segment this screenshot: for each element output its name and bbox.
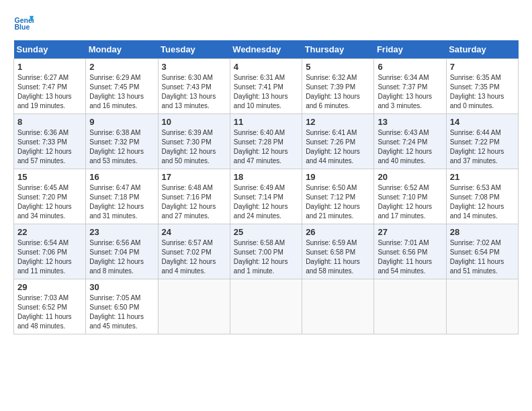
day-info: Sunrise: 6:58 AMSunset: 7:00 PMDaylight:… <box>234 238 298 276</box>
day-info: Sunrise: 6:50 AMSunset: 7:12 PMDaylight:… <box>306 183 370 221</box>
calendar-cell: 5 Sunrise: 6:32 AMSunset: 7:39 PMDayligh… <box>302 59 374 114</box>
day-number: 10 <box>162 117 226 127</box>
day-info: Sunrise: 6:29 AMSunset: 7:45 PMDaylight:… <box>89 73 154 111</box>
calendar-week-3: 15 Sunrise: 6:45 AMSunset: 7:20 PMDaylig… <box>14 169 519 224</box>
calendar-cell <box>374 279 446 334</box>
calendar-cell: 20 Sunrise: 6:52 AMSunset: 7:10 PMDaylig… <box>374 169 446 224</box>
day-number: 13 <box>378 117 442 127</box>
day-info: Sunrise: 6:40 AMSunset: 7:28 PMDaylight:… <box>234 128 298 166</box>
calendar-cell: 15 Sunrise: 6:45 AMSunset: 7:20 PMDaylig… <box>14 169 86 224</box>
page-header: General Blue <box>13 13 519 34</box>
calendar-cell: 22 Sunrise: 6:54 AMSunset: 7:06 PMDaylig… <box>14 224 86 279</box>
day-info: Sunrise: 6:38 AMSunset: 7:32 PMDaylight:… <box>89 128 154 166</box>
calendar-cell: 30 Sunrise: 7:05 AMSunset: 6:50 PMDaylig… <box>86 279 158 334</box>
day-number: 20 <box>378 172 442 182</box>
weekday-header-sunday: Sunday <box>14 40 86 59</box>
day-number: 29 <box>17 282 82 292</box>
calendar-cell: 11 Sunrise: 6:40 AMSunset: 7:28 PMDaylig… <box>230 114 302 169</box>
day-number: 26 <box>306 227 370 237</box>
calendar-cell: 13 Sunrise: 6:43 AMSunset: 7:24 PMDaylig… <box>374 114 446 169</box>
calendar-cell: 17 Sunrise: 6:48 AMSunset: 7:16 PMDaylig… <box>158 169 230 224</box>
day-info: Sunrise: 6:34 AMSunset: 7:37 PMDaylight:… <box>378 73 442 111</box>
weekday-header-monday: Monday <box>86 40 158 59</box>
calendar-week-5: 29 Sunrise: 7:03 AMSunset: 6:52 PMDaylig… <box>14 279 519 334</box>
weekday-header-wednesday: Wednesday <box>230 40 302 59</box>
day-info: Sunrise: 6:54 AMSunset: 7:06 PMDaylight:… <box>17 238 82 276</box>
calendar-cell <box>230 279 302 334</box>
day-number: 16 <box>89 172 154 182</box>
day-number: 1 <box>17 62 82 72</box>
day-info: Sunrise: 6:47 AMSunset: 7:18 PMDaylight:… <box>89 183 154 221</box>
day-info: Sunrise: 6:57 AMSunset: 7:02 PMDaylight:… <box>162 238 226 276</box>
logo: General Blue <box>13 13 34 34</box>
day-number: 19 <box>306 172 370 182</box>
day-info: Sunrise: 6:43 AMSunset: 7:24 PMDaylight:… <box>378 128 442 166</box>
day-number: 15 <box>17 172 82 182</box>
day-info: Sunrise: 7:03 AMSunset: 6:52 PMDaylight:… <box>17 293 82 331</box>
weekday-header-row: SundayMondayTuesdayWednesdayThursdayFrid… <box>14 40 519 59</box>
day-number: 12 <box>306 117 370 127</box>
calendar-cell: 25 Sunrise: 6:58 AMSunset: 7:00 PMDaylig… <box>230 224 302 279</box>
calendar-cell: 16 Sunrise: 6:47 AMSunset: 7:18 PMDaylig… <box>86 169 158 224</box>
day-info: Sunrise: 6:53 AMSunset: 7:08 PMDaylight:… <box>450 183 515 221</box>
day-info: Sunrise: 6:44 AMSunset: 7:22 PMDaylight:… <box>450 128 515 166</box>
calendar-cell <box>158 279 230 334</box>
calendar-cell: 9 Sunrise: 6:38 AMSunset: 7:32 PMDayligh… <box>86 114 158 169</box>
day-number: 6 <box>378 62 442 72</box>
day-info: Sunrise: 6:56 AMSunset: 7:04 PMDaylight:… <box>89 238 154 276</box>
calendar-cell: 28 Sunrise: 7:02 AMSunset: 6:54 PMDaylig… <box>446 224 518 279</box>
calendar-cell: 26 Sunrise: 6:59 AMSunset: 6:58 PMDaylig… <box>302 224 374 279</box>
calendar-cell: 23 Sunrise: 6:56 AMSunset: 7:04 PMDaylig… <box>86 224 158 279</box>
day-number: 7 <box>450 62 515 72</box>
day-info: Sunrise: 7:01 AMSunset: 6:56 PMDaylight:… <box>378 238 442 276</box>
day-number: 2 <box>89 62 154 72</box>
day-number: 27 <box>378 227 442 237</box>
day-number: 9 <box>89 117 154 127</box>
day-number: 30 <box>89 282 154 292</box>
day-number: 22 <box>17 227 82 237</box>
day-info: Sunrise: 6:27 AMSunset: 7:47 PMDaylight:… <box>17 73 82 111</box>
day-info: Sunrise: 6:30 AMSunset: 7:43 PMDaylight:… <box>162 73 226 111</box>
calendar-cell: 12 Sunrise: 6:41 AMSunset: 7:26 PMDaylig… <box>302 114 374 169</box>
day-number: 14 <box>450 117 515 127</box>
calendar-table: SundayMondayTuesdayWednesdayThursdayFrid… <box>13 40 519 334</box>
day-number: 18 <box>234 172 298 182</box>
calendar-cell: 7 Sunrise: 6:35 AMSunset: 7:35 PMDayligh… <box>446 59 518 114</box>
calendar-cell: 2 Sunrise: 6:29 AMSunset: 7:45 PMDayligh… <box>86 59 158 114</box>
calendar-cell: 29 Sunrise: 7:03 AMSunset: 6:52 PMDaylig… <box>14 279 86 334</box>
weekday-header-friday: Friday <box>374 40 446 59</box>
calendar-cell: 24 Sunrise: 6:57 AMSunset: 7:02 PMDaylig… <box>158 224 230 279</box>
calendar-week-4: 22 Sunrise: 6:54 AMSunset: 7:06 PMDaylig… <box>14 224 519 279</box>
day-number: 5 <box>306 62 370 72</box>
day-number: 21 <box>450 172 515 182</box>
day-number: 4 <box>234 62 298 72</box>
calendar-cell: 8 Sunrise: 6:36 AMSunset: 7:33 PMDayligh… <box>14 114 86 169</box>
day-info: Sunrise: 6:35 AMSunset: 7:35 PMDaylight:… <box>450 73 515 111</box>
calendar-cell: 6 Sunrise: 6:34 AMSunset: 7:37 PMDayligh… <box>374 59 446 114</box>
day-number: 11 <box>234 117 298 127</box>
calendar-cell: 21 Sunrise: 6:53 AMSunset: 7:08 PMDaylig… <box>446 169 518 224</box>
day-info: Sunrise: 6:59 AMSunset: 6:58 PMDaylight:… <box>306 238 370 276</box>
day-info: Sunrise: 7:05 AMSunset: 6:50 PMDaylight:… <box>89 293 154 331</box>
calendar-week-2: 8 Sunrise: 6:36 AMSunset: 7:33 PMDayligh… <box>14 114 519 169</box>
weekday-header-saturday: Saturday <box>446 40 518 59</box>
calendar-cell: 10 Sunrise: 6:39 AMSunset: 7:30 PMDaylig… <box>158 114 230 169</box>
calendar-cell: 14 Sunrise: 6:44 AMSunset: 7:22 PMDaylig… <box>446 114 518 169</box>
calendar-cell: 18 Sunrise: 6:49 AMSunset: 7:14 PMDaylig… <box>230 169 302 224</box>
day-info: Sunrise: 6:48 AMSunset: 7:16 PMDaylight:… <box>162 183 226 221</box>
day-info: Sunrise: 6:52 AMSunset: 7:10 PMDaylight:… <box>378 183 442 221</box>
day-info: Sunrise: 6:32 AMSunset: 7:39 PMDaylight:… <box>306 73 370 111</box>
weekday-header-thursday: Thursday <box>302 40 374 59</box>
day-number: 17 <box>162 172 226 182</box>
day-info: Sunrise: 6:36 AMSunset: 7:33 PMDaylight:… <box>17 128 82 166</box>
day-info: Sunrise: 6:39 AMSunset: 7:30 PMDaylight:… <box>162 128 226 166</box>
day-number: 25 <box>234 227 298 237</box>
day-info: Sunrise: 6:41 AMSunset: 7:26 PMDaylight:… <box>306 128 370 166</box>
weekday-header-tuesday: Tuesday <box>158 40 230 59</box>
day-info: Sunrise: 6:31 AMSunset: 7:41 PMDaylight:… <box>234 73 298 111</box>
day-info: Sunrise: 7:02 AMSunset: 6:54 PMDaylight:… <box>450 238 515 276</box>
calendar-cell <box>446 279 518 334</box>
day-number: 3 <box>162 62 226 72</box>
day-number: 8 <box>17 117 82 127</box>
svg-text:Blue: Blue <box>15 23 30 31</box>
